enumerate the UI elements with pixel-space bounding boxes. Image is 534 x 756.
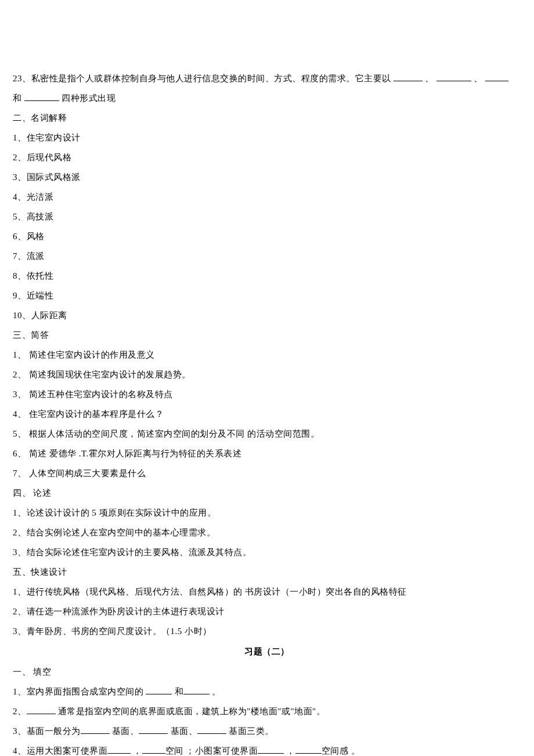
list-item: 7、 人体空间构成三大要素是什么 (13, 466, 521, 481)
list-item: 2、后现代风格 (13, 150, 521, 165)
blank (146, 685, 172, 694)
list-item: 10、人际距离 (13, 308, 521, 323)
list-item: 4、光洁派 (13, 189, 521, 205)
text: 基面、 (112, 726, 139, 736)
p2-question-4: 4、运用大图案可使界面 ，空间 ；小图案可使界面 ，空间感 。 (13, 743, 521, 756)
text: ， (133, 746, 142, 755)
q23-post: 四种形式出现 (62, 93, 116, 103)
question-23-cont: 和 四种形式出现 (13, 91, 521, 106)
list-item: 3、国际式风格派 (13, 170, 521, 185)
list-item: 2、 简述我国现状住宅室内设计的发展趋势。 (13, 367, 521, 383)
blank (258, 744, 284, 754)
blank (394, 72, 423, 81)
text: 3、基面一般分为 (13, 726, 81, 736)
blank (139, 725, 168, 734)
section-2-list: 1、住宅室内设计2、后现代风格3、国际式风格派4、光洁派5、高技派6、风格7、流… (13, 130, 521, 323)
text: 1、室内界面指围合成室内空间的 (13, 687, 143, 696)
q23-text-pre: 23、私密性是指个人或群体控制自身与他人进行信息交换的时间、方式、程度的需求。它… (13, 74, 391, 83)
text: 空间感 。 (322, 746, 360, 755)
list-item: 2、请任选一种流派作为卧房设计的主体进行表现设计 (13, 604, 521, 620)
blank (197, 725, 226, 734)
text: 基面、 (171, 726, 198, 736)
list-item: 3、 简述五种住宅室内设计的名称及特点 (13, 387, 521, 402)
list-item: 7、流派 (13, 249, 521, 264)
text: 空间 ；小图案可使界面 (165, 746, 258, 755)
section-3-title: 三、简答 (13, 327, 521, 343)
list-item: 6、风格 (13, 229, 521, 244)
blank (81, 725, 110, 734)
list-item: 5、 根据人体活动的空间尺度，简述室内空间的划分及不同 的活动空间范围。 (13, 426, 521, 442)
list-item: 1、论述设计设计的 5 项原则在实际设计中的应用。 (13, 505, 521, 521)
list-item: 2、结合实例论述人在室内空间中的基本心理需求。 (13, 525, 521, 541)
blank (107, 744, 131, 754)
blank (436, 72, 471, 81)
exercise-2-title: 习题（二） (13, 644, 521, 660)
section-3-list: 1、 简述住宅室内设计的作用及意义2、 简述我国现状住宅室内设计的发展趋势。3、… (13, 347, 521, 481)
p2-question-2: 2、 通常是指室内空间的底界面或底面，建筑上称为"楼地面"或"地面"。 (13, 704, 521, 719)
text: 2、 (13, 707, 27, 716)
blank (142, 744, 165, 754)
list-item: 5、高技派 (13, 209, 521, 225)
section-4-list: 1、论述设计设计的 5 项原则在实际设计中的应用。2、结合实例论述人在室内空间中… (13, 505, 521, 560)
section-2-title: 二、名词解释 (13, 110, 521, 126)
list-item: 3、结合实际论述住宅室内设计的主要风格、流派及其特点。 (13, 545, 521, 560)
text: 。 (212, 687, 221, 696)
blank (485, 72, 508, 81)
separator: 、 (425, 74, 434, 83)
list-item: 1、进行传统风格（现代风格、后现代方法、自然风格）的 书房设计（一小时）突出各自… (13, 584, 521, 600)
blank (183, 685, 210, 694)
text: 和 (175, 687, 184, 696)
section-5-title: 五、快速设计 (13, 564, 521, 580)
text: 通常是指室内空间的底界面或底面，建筑上称为"楼地面"或"地面"。 (58, 707, 326, 716)
text: 基面三类。 (229, 726, 274, 736)
list-item: 4、 住宅室内设计的基本程序是什么？ (13, 406, 521, 422)
q23-and: 和 (13, 93, 22, 103)
p2-section-1-title: 一、 填空 (13, 664, 521, 680)
list-item: 1、 简述住宅室内设计的作用及意义 (13, 347, 521, 363)
list-item: 9、近端性 (13, 288, 521, 304)
text: ， (286, 746, 295, 755)
list-item: 8、依托性 (13, 268, 521, 284)
separator: 、 (474, 74, 483, 83)
blank (295, 744, 322, 754)
p2-question-3: 3、基面一般分为 基面、 基面、 基面三类。 (13, 723, 521, 739)
question-23: 23、私密性是指个人或群体控制自身与他人进行信息交换的时间、方式、程度的需求。它… (13, 71, 521, 87)
section-4-title: 四、 论述 (13, 485, 521, 501)
list-item: 3、青年卧房、书房的空间尺度设计。（1.5 小时） (13, 624, 521, 639)
list-item: 1、住宅室内设计 (13, 130, 521, 146)
p2-question-1: 1、室内界面指围合成室内空间的 和 。 (13, 684, 521, 700)
list-item: 6、 简述 爱德华 .T.霍尔对人际距离与行为特征的关系表述 (13, 446, 521, 462)
section-5-list: 1、进行传统风格（现代风格、后现代方法、自然风格）的 书房设计（一小时）突出各自… (13, 584, 521, 639)
text: 4、运用大图案可使界面 (13, 746, 107, 755)
blank (27, 705, 56, 714)
blank (24, 92, 59, 101)
